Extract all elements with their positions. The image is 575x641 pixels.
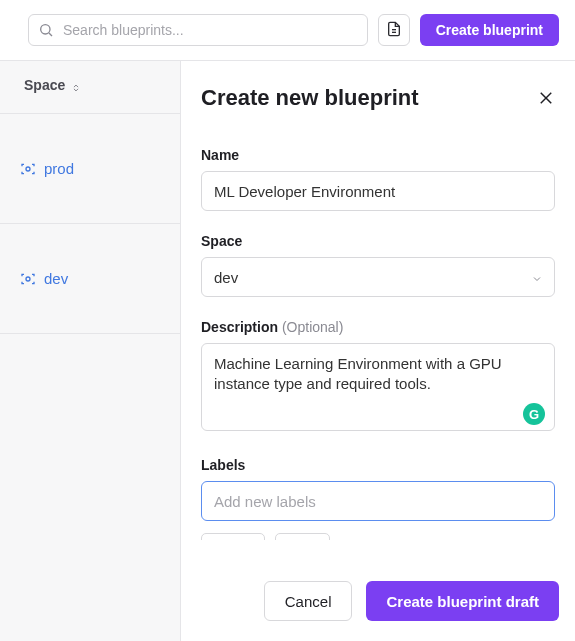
field-description: Description (Optional) G	[201, 319, 555, 435]
chip-text: ml	[286, 538, 301, 540]
description-label: Description (Optional)	[201, 319, 555, 335]
space-label: Space	[201, 233, 555, 249]
topbar: Create blueprint	[0, 0, 575, 60]
search-icon	[38, 22, 54, 38]
sidebar-item-dev[interactable]: dev	[0, 224, 180, 334]
sidebar-header-label: Space	[24, 77, 65, 93]
svg-point-4	[26, 167, 30, 171]
field-space: Space dev	[201, 233, 555, 297]
blueprint-icon	[20, 161, 36, 177]
field-labels: Labels dev ml	[201, 457, 555, 540]
search-input[interactable]	[28, 14, 368, 46]
remove-chip-icon[interactable]	[243, 538, 256, 540]
blueprint-icon	[20, 271, 36, 287]
sidebar-item-label: dev	[44, 270, 68, 287]
labels-label: Labels	[201, 457, 555, 473]
optional-hint: (Optional)	[282, 319, 343, 335]
create-draft-button[interactable]: Create blueprint draft	[366, 581, 559, 621]
field-name: Name	[201, 147, 555, 211]
document-button[interactable]	[378, 14, 410, 46]
create-blueprint-panel: Create new blueprint Name Space dev	[181, 60, 575, 641]
panel-body: Name Space dev Description (Optional)	[181, 119, 575, 540]
svg-point-0	[41, 25, 50, 34]
panel-title: Create new blueprint	[201, 85, 419, 111]
panel-footer: Cancel Create blueprint draft	[181, 560, 575, 641]
sidebar-item-prod[interactable]: prod	[0, 114, 180, 224]
svg-line-1	[49, 33, 52, 36]
sidebar-header[interactable]: Space	[0, 61, 180, 114]
create-blueprint-button[interactable]: Create blueprint	[420, 14, 559, 46]
svg-point-5	[26, 277, 30, 281]
remove-chip-icon[interactable]	[308, 538, 321, 540]
cancel-button[interactable]: Cancel	[264, 581, 353, 621]
sort-icon	[71, 80, 81, 90]
sidebar-item-label: prod	[44, 160, 74, 177]
name-label: Name	[201, 147, 555, 163]
labels-input[interactable]	[201, 481, 555, 521]
sidebar: Space prod dev	[0, 60, 181, 641]
space-select[interactable]: dev	[201, 257, 555, 297]
description-textarea[interactable]	[201, 343, 555, 431]
search-wrap	[28, 14, 368, 46]
label-chip: dev	[201, 533, 265, 540]
name-input[interactable]	[201, 171, 555, 211]
label-chip: ml	[275, 533, 331, 540]
grammarly-icon[interactable]: G	[523, 403, 545, 425]
document-icon	[386, 21, 402, 40]
close-icon[interactable]	[537, 89, 555, 107]
panel-header: Create new blueprint	[181, 61, 575, 119]
chip-text: dev	[212, 538, 235, 540]
label-chips: dev ml	[201, 533, 555, 540]
